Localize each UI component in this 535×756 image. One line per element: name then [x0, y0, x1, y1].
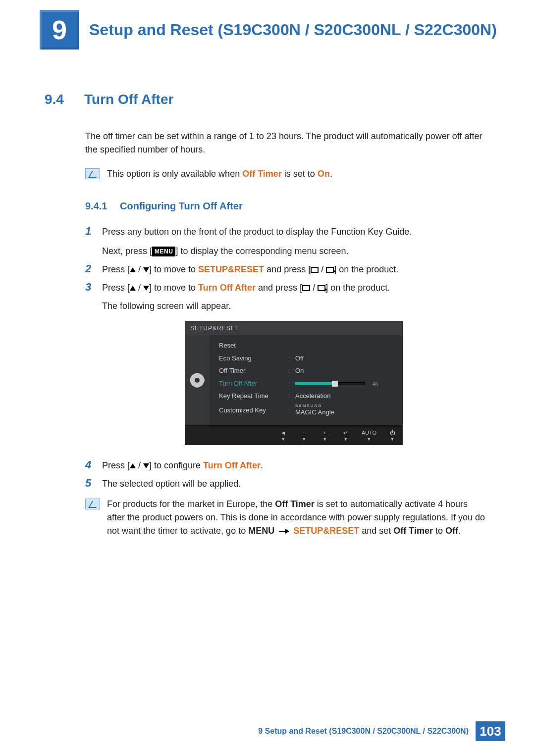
osd-row: ·Key Repeat Time:Acceleration: [209, 390, 397, 403]
osd-row: ·Customized Key:SAMSUNGMAGIC Angle: [209, 403, 397, 419]
osd-footer-item: −▼: [299, 429, 309, 442]
chapter-number-badge: 9: [40, 10, 79, 50]
osd-row-label: Eco Saving: [219, 353, 288, 363]
osd-footer-item: AUTO▼: [362, 429, 376, 442]
chapter-header: 9 Setup and Reset (S19C300N / S20C300NL …: [30, 0, 505, 50]
section-number: 9.4: [45, 89, 84, 110]
step-text: Press [ / ] to configure Turn Off After.: [102, 459, 485, 472]
osd-row: ·Turn Off After:4h: [209, 377, 397, 390]
osd-row-value: SAMSUNGMAGIC Angle: [295, 404, 397, 417]
osd-footer: ◄▼−▼+▼↵▼AUTO▼⏻▼: [185, 425, 402, 445]
osd-row-label: Off Timer: [219, 366, 288, 376]
step-text: Press [ / ] to move to Turn Off After an…: [102, 281, 485, 295]
osd-row-value: 4h: [295, 379, 397, 389]
osd-screenshot: SETUP&RESET ·Reset·Eco Saving:Off·Off Ti…: [185, 321, 403, 445]
step-1: 1 Press any button on the front of the p…: [85, 225, 485, 258]
source-icon: [302, 285, 310, 291]
menu-key-icon: MENU: [152, 247, 175, 256]
note: For products for the market in Europe, t…: [85, 498, 485, 538]
note-icon: [85, 168, 100, 179]
right-arrow-icon: [279, 531, 289, 532]
step-text: Next, press [MENU] to display the corres…: [102, 245, 485, 258]
osd-sidebar: [185, 335, 209, 425]
step-2: 2 Press [ / ] to move to SETUP&RESET and…: [85, 263, 485, 276]
footer-chapter-label: 9 Setup and Reset (S19C300N / S20C300NL …: [258, 725, 469, 737]
note-icon: [85, 499, 100, 509]
down-arrow-icon: [143, 267, 149, 272]
down-arrow-icon: [143, 463, 149, 468]
down-arrow-icon: [143, 286, 149, 291]
source-icon: [311, 267, 319, 273]
steps-list: 1 Press any button on the front of the p…: [85, 225, 485, 491]
section-title: Turn Off After: [84, 89, 173, 110]
enter-icon: [326, 267, 334, 273]
osd-row-value: On: [295, 366, 397, 376]
osd-row-value: Acceleration: [295, 391, 397, 401]
enter-icon: [318, 285, 325, 291]
note: This option is only available when Off T…: [85, 167, 485, 181]
osd-footer-item: +▼: [320, 429, 330, 442]
osd-row-label: Reset: [219, 341, 288, 351]
step-text: Press any button on the front of the pro…: [102, 225, 485, 239]
step-number: 5: [85, 477, 102, 491]
step-text: The selected option will be applied.: [102, 477, 485, 491]
up-arrow-icon: [130, 286, 136, 291]
note-text: This option is only available when Off T…: [107, 167, 332, 181]
osd-footer-item: ↵▼: [341, 429, 351, 442]
step-number: 2: [85, 263, 102, 276]
step-number: 3: [85, 281, 102, 454]
gear-icon: [192, 375, 203, 386]
section-intro: The off timer can be set within a range …: [85, 130, 485, 156]
page-number: 103: [476, 721, 505, 741]
osd-row: ·Off Timer:On: [209, 364, 397, 377]
osd-footer-item: ⏻▼: [387, 429, 397, 442]
section-heading: 9.4 Turn Off After: [45, 89, 505, 110]
chapter-title: Setup and Reset (S19C300N / S20C300NL / …: [89, 20, 497, 39]
osd-footer-item: ◄▼: [278, 429, 288, 442]
page-footer: 9 Setup and Reset (S19C300N / S20C300NL …: [0, 721, 535, 741]
step-text: The following screen will appear.: [102, 300, 485, 313]
step-number: 4: [85, 459, 102, 472]
osd-row-label: Key Repeat Time: [219, 391, 288, 401]
osd-row-value: Off: [295, 353, 397, 363]
subsection-heading: 9.4.1 Configuring Turn Off After: [85, 199, 485, 213]
osd-row: ·Reset: [209, 339, 397, 352]
subsection-number: 9.4.1: [85, 199, 120, 213]
note-text: For products for the market in Europe, t…: [107, 498, 485, 538]
step-4: 4 Press [ / ] to configure Turn Off Afte…: [85, 459, 485, 472]
osd-row-label: Turn Off After: [219, 379, 288, 389]
up-arrow-icon: [130, 267, 136, 272]
osd-row-label: Customized Key: [219, 405, 288, 415]
step-3: 3 Press [ / ] to move to Turn Off After …: [85, 281, 485, 454]
subsection-title: Configuring Turn Off After: [120, 199, 243, 213]
osd-title: SETUP&RESET: [185, 321, 402, 335]
up-arrow-icon: [130, 463, 136, 468]
osd-list: ·Reset·Eco Saving:Off·Off Timer:On·Turn …: [209, 335, 402, 425]
osd-row: ·Eco Saving:Off: [209, 352, 397, 365]
step-text: Press [ / ] to move to SETUP&RESET and p…: [102, 263, 485, 276]
step-number: 1: [85, 225, 102, 258]
step-5: 5 The selected option will be applied.: [85, 477, 485, 491]
